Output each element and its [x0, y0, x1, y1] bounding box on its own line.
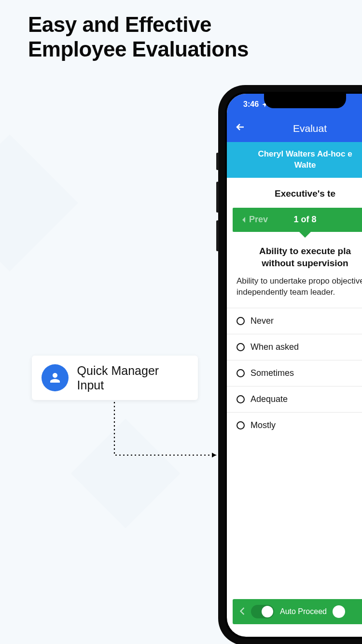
option-mostly[interactable]: Mostly [227, 412, 362, 438]
radio-icon [237, 421, 245, 429]
person-icon [42, 364, 69, 391]
subheader-line2: Walte [294, 160, 316, 170]
arrow-left-icon [235, 121, 246, 133]
next-knob[interactable] [333, 605, 345, 618]
callout-card: Quick Manager Input [32, 356, 198, 400]
chevron-left-icon [241, 216, 246, 223]
auto-proceed-label: Auto Proceed [280, 607, 327, 616]
question-block: Ability to execute pla without supervisi… [227, 232, 362, 303]
pager-pointer-icon [299, 232, 311, 238]
status-time: 3:46 [243, 100, 259, 109]
pager: Prev 1 of 8 [233, 208, 362, 232]
toggle-knob [262, 606, 273, 617]
question-description: Ability to undertake propo objectives in… [237, 276, 362, 298]
callout-label: Quick Manager Input [77, 363, 188, 392]
option-adequate[interactable]: Adequate [227, 386, 362, 412]
pager-count: 1 of 8 [293, 215, 316, 225]
headline-line1: Easy and Effective [28, 13, 211, 36]
section-title: Executive's te [227, 178, 362, 208]
radio-icon [237, 317, 245, 325]
option-label: Sometimes [251, 368, 294, 378]
option-label: Mostly [251, 420, 276, 430]
option-never[interactable]: Never [227, 308, 362, 334]
subheader: Cheryl Walters Ad-hoc e Walte [227, 142, 362, 178]
footer-bar: Auto Proceed [233, 599, 362, 624]
auto-proceed-toggle[interactable] [251, 605, 274, 618]
option-when-asked[interactable]: When asked [227, 334, 362, 360]
radio-icon [237, 369, 245, 377]
back-button[interactable] [235, 121, 246, 136]
options-list: Never When asked Sometimes Adequate Most… [227, 308, 362, 438]
phone-mockup: 3:46 Evaluat Cheryl Walters Ad-hoc e Wal… [218, 85, 362, 644]
nav-bar: Evaluat [227, 115, 362, 142]
headline-line2: Employee Evaluations [28, 37, 249, 61]
page-headline: Easy and Effective Employee Evaluations [28, 13, 249, 61]
option-label: Adequate [251, 394, 288, 404]
option-sometimes[interactable]: Sometimes [227, 360, 362, 386]
question-title: Ability to execute pla without supervisi… [237, 245, 362, 269]
chevron-left-icon [239, 607, 245, 615]
radio-icon [237, 395, 245, 403]
footer-prev-button[interactable] [239, 606, 245, 617]
option-label: Never [251, 316, 274, 326]
prev-button[interactable]: Prev [241, 215, 268, 225]
prev-label: Prev [249, 215, 268, 225]
option-label: When asked [251, 342, 299, 352]
radio-icon [237, 343, 245, 351]
phone-notch [264, 94, 346, 108]
subheader-line1: Cheryl Walters Ad-hoc e [258, 149, 352, 158]
nav-title: Evaluat [256, 123, 362, 134]
